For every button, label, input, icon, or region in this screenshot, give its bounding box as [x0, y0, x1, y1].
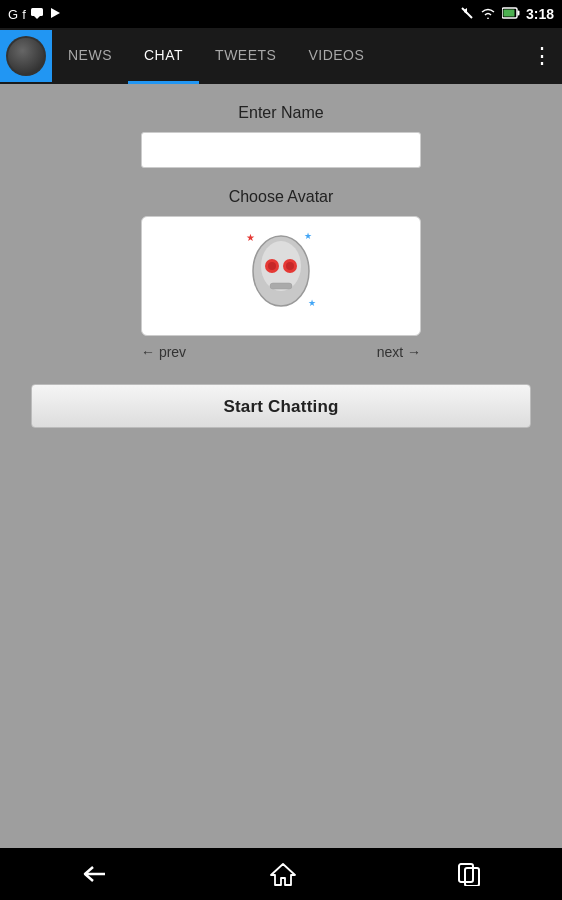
time-display: 3:18: [526, 6, 554, 22]
wifi-icon: [480, 7, 496, 22]
recents-button[interactable]: [457, 862, 481, 886]
logo-image: [6, 36, 46, 76]
tab-tweets[interactable]: TWEETS: [199, 28, 292, 84]
tab-videos[interactable]: VIDEOS: [292, 28, 380, 84]
app-logo[interactable]: [0, 30, 52, 82]
status-right-icons: 3:18: [460, 6, 554, 23]
content-area: Enter Name Choose Avatar ★ ★ ★ ← prev: [0, 84, 562, 448]
media-icon: [48, 6, 62, 23]
next-avatar-button[interactable]: next →: [377, 344, 421, 360]
svg-point-13: [286, 262, 294, 270]
choose-avatar-label: Choose Avatar: [16, 188, 546, 206]
facebook-icon: f: [22, 7, 26, 22]
prev-avatar-button[interactable]: ← prev: [141, 344, 186, 360]
battery-icon: [502, 7, 520, 22]
avatar-display: ★ ★ ★: [141, 216, 421, 336]
chat-notification-icon: [30, 6, 44, 23]
avatar-navigation: ← prev next →: [141, 344, 421, 360]
back-button[interactable]: [81, 863, 109, 885]
status-left-icons: G f: [8, 6, 62, 23]
tab-news[interactable]: NEWS: [52, 28, 128, 84]
star-blue-top: ★: [304, 231, 312, 241]
home-button[interactable]: [270, 861, 296, 887]
svg-rect-14: [270, 283, 292, 289]
nav-tabs: NEWS CHAT TWEETS VIDEOS: [52, 28, 522, 84]
robot-avatar-svg: ★ ★ ★: [236, 221, 326, 331]
mute-icon: [460, 6, 474, 23]
svg-rect-6: [503, 9, 514, 16]
bottom-navigation-bar: [0, 848, 562, 900]
svg-rect-0: [31, 8, 43, 16]
svg-marker-15: [271, 864, 295, 885]
svg-marker-1: [34, 16, 40, 19]
google-icon: G: [8, 7, 18, 22]
status-bar: G f: [0, 0, 562, 28]
star-red-top: ★: [246, 232, 255, 243]
tab-chat[interactable]: CHAT: [128, 28, 199, 84]
start-chatting-button[interactable]: Start Chatting: [31, 384, 531, 428]
app-bar: NEWS CHAT TWEETS VIDEOS ⋮: [0, 28, 562, 84]
overflow-menu-button[interactable]: ⋮: [522, 28, 562, 84]
name-input[interactable]: [141, 132, 421, 168]
svg-rect-5: [517, 10, 519, 15]
star-blue-bottom: ★: [308, 298, 316, 308]
enter-name-label: Enter Name: [16, 104, 546, 122]
svg-point-12: [268, 262, 276, 270]
svg-marker-2: [51, 8, 60, 18]
